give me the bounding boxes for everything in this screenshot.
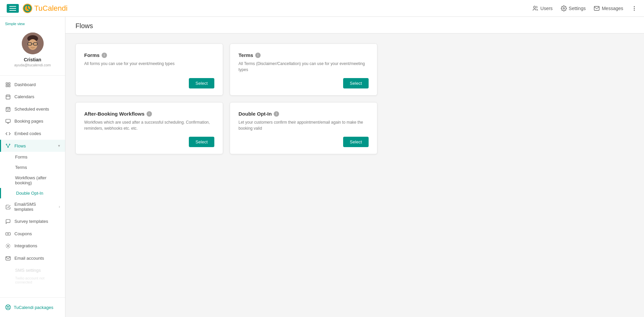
svg-point-4 [534,6,536,8]
sidebar-item-embed-codes[interactable]: Embed codes [0,127,65,140]
nav-settings[interactable]: Settings [561,5,586,11]
sidebar-item-scheduled-events[interactable]: Scheduled events [0,103,65,115]
card-workflows-footer: Select [84,137,214,147]
svg-rect-16 [8,83,10,84]
svg-line-41 [9,308,10,309]
svg-point-36 [8,233,9,234]
svg-point-5 [563,7,565,9]
card-optin-select-btn[interactable]: Select [343,137,369,147]
svg-line-42 [9,306,10,307]
sidebar-item-calendars[interactable]: Calendars [0,91,65,103]
card-terms-footer: Select [238,78,369,88]
sidebar-item-integrations[interactable]: Integrations [0,240,65,252]
sms-settings-sub: Twilio account not connected [15,276,60,284]
email-sms-icon [5,204,11,210]
sidebar-nav: Dashboard Calendars [0,76,65,297]
sidebar-subitem-double-opt-in[interactable]: Double Opt-In [0,188,65,198]
topbar-right: Users Settings Messages [532,5,637,11]
svg-rect-27 [6,119,10,122]
sidebar-top: Simple view [0,17,65,76]
card-forms: Forms i All forms you can use for your e… [75,44,223,96]
svg-point-37 [7,245,9,247]
card-optin-info-icon[interactable]: i [274,111,279,117]
card-forms-select-btn[interactable]: Select [189,78,214,88]
sidebar-item-email-accounts[interactable]: Email accounts [0,252,65,264]
svg-point-39 [7,306,9,308]
sidebar-subitem-terms[interactable]: Terms [0,162,65,173]
card-forms-desc: All forms you can use for your event/mee… [84,61,214,73]
topbar: TuCalendi Users Settings Messages [0,0,644,17]
card-double-opt-in: Double Opt-In i Let your customers confi… [230,102,377,154]
flows-submenu: Forms Terms Workflows (after booking) Do… [0,152,65,198]
packages-icon [5,304,11,310]
email-sms-chevron: › [59,204,60,209]
sidebar-item-email-sms-templates[interactable]: Email/SMS templates › [0,198,65,215]
page-header: Flows [65,17,644,34]
sidebar-item-booking-pages[interactable]: Booking pages [0,115,65,128]
card-workflows-title: After-Booking Workflows [84,111,145,117]
scheduled-events-icon [5,106,11,112]
svg-rect-18 [8,85,10,87]
sidebar-subitem-workflows-after-booking[interactable]: Workflows (after booking) [0,173,65,188]
svg-point-31 [9,144,10,145]
sidebar-item-dashboard[interactable]: Dashboard [0,78,65,91]
coupons-icon [5,231,11,237]
logo-text: TuCalendi [34,4,67,13]
svg-point-7 [634,8,635,9]
card-terms: Terms i All Terms (Disclaimer/Cancellati… [230,44,377,96]
hamburger-button[interactable] [7,4,19,13]
booking-pages-icon [5,119,11,124]
messages-icon [594,5,600,11]
nav-more[interactable] [631,5,637,11]
survey-templates-icon [5,218,11,224]
simple-view-link[interactable]: Simple view [3,22,62,26]
card-optin-title-row: Double Opt-In i [238,111,369,117]
svg-point-32 [8,147,9,148]
cards-grid: Forms i All forms you can use for your e… [75,44,377,154]
card-forms-info-icon[interactable]: i [102,53,107,58]
logo: TuCalendi [22,3,67,14]
flows-chevron: ▾ [58,143,60,148]
svg-rect-23 [6,107,10,111]
card-optin-title: Double Opt-In [238,111,272,117]
card-terms-title-row: Terms i [238,52,369,58]
nav-messages[interactable]: Messages [594,5,623,11]
card-terms-info-icon[interactable]: i [255,53,261,58]
card-terms-desc: All Terms (Disclaimer/Cancellation) you … [238,61,369,73]
sidebar-subitem-forms[interactable]: Forms [0,152,65,162]
sidebar: Simple view [0,17,65,317]
card-workflows-info-icon[interactable]: i [147,111,152,117]
svg-point-11 [28,39,37,50]
topbar-left: TuCalendi [7,3,67,14]
card-terms-select-btn[interactable]: Select [343,78,369,88]
user-profile: Cristian ayuda@tucalendi.com [3,29,62,70]
svg-point-30 [6,144,7,145]
card-workflows-select-btn[interactable]: Select [189,137,214,147]
card-terms-title: Terms [238,52,253,58]
svg-line-33 [6,145,8,147]
user-name: Cristian [24,57,41,62]
main-content: Flows Forms i All forms you can use for … [65,17,644,317]
svg-point-8 [634,10,635,10]
layout: Simple view [0,17,644,317]
card-workflows-desc: Workflows which are used after a success… [84,119,214,131]
svg-line-34 [8,145,10,147]
page-title: Flows [75,22,634,30]
card-workflows-title-row: After-Booking Workflows i [84,111,214,117]
integrations-icon [5,243,11,249]
svg-rect-35 [6,233,10,235]
sidebar-item-flows[interactable]: Flows ▾ [0,140,65,152]
sidebar-bottom: TuCalendi packages [0,297,65,317]
sidebar-item-packages[interactable]: TuCalendi packages [0,301,65,314]
svg-rect-17 [6,85,8,87]
settings-icon [561,5,567,11]
nav-users[interactable]: Users [532,5,553,11]
svg-line-43 [6,308,7,309]
card-optin-footer: Select [238,137,369,147]
sidebar-item-coupons[interactable]: Coupons [0,228,65,240]
sidebar-item-survey-templates[interactable]: Survey templates [0,215,65,228]
svg-rect-19 [6,95,10,99]
sms-settings-label: SMS settings [15,268,41,273]
more-icon [631,5,637,11]
logo-icon [22,3,33,14]
